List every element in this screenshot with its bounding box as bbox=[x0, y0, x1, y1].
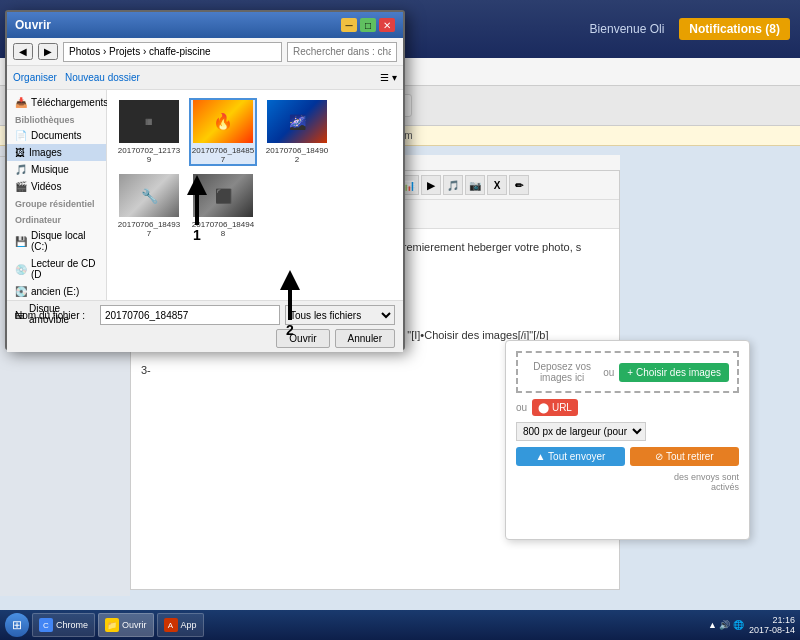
taskbar-app-explorer[interactable]: 📁 Ouvrir bbox=[98, 613, 154, 637]
notifications-button[interactable]: Notifications (8) bbox=[679, 18, 790, 40]
image-uploader-panel: Deposez vos images ici ou + Choisir des … bbox=[505, 340, 750, 540]
file-thumb-3[interactable]: 🌌 20170706_184902 bbox=[263, 98, 331, 166]
clock-time: 21:16 bbox=[749, 615, 795, 625]
thumb-img-3: 🌌 bbox=[267, 100, 327, 143]
new-folder-label[interactable]: Nouveau dossier bbox=[65, 72, 140, 83]
arrow-number-1: 1 bbox=[193, 227, 201, 243]
dialog-nav-bar: Organiser Nouveau dossier ☰ ▾ bbox=[7, 66, 403, 90]
thumb-label-3: 20170706_184902 bbox=[265, 146, 329, 164]
choose-images-button[interactable]: + Choisir des images bbox=[619, 363, 729, 382]
other-app-icon: A bbox=[164, 618, 178, 632]
thumb-label-2: 20170706_184857 bbox=[191, 146, 255, 164]
remove-format-button[interactable]: X bbox=[487, 175, 507, 195]
photo-button[interactable]: 📷 bbox=[465, 175, 485, 195]
disk-c-label: Disque local (C:) bbox=[31, 230, 98, 252]
view-options[interactable]: ☰ ▾ bbox=[380, 72, 397, 83]
sidebar-section-ordinateur: Ordinateur bbox=[7, 211, 106, 227]
back-button[interactable]: ◀ bbox=[13, 43, 33, 60]
explorer-icon: 📁 bbox=[105, 618, 119, 632]
taskbar-other-label: App bbox=[181, 620, 197, 630]
telechargements-icon: 📥 bbox=[15, 97, 27, 108]
videos-label: Vidéos bbox=[31, 181, 61, 192]
search-input[interactable] bbox=[287, 42, 397, 62]
or-text-1: ou bbox=[603, 367, 614, 378]
file-thumb-1[interactable]: ▦ 20170702_121739 bbox=[115, 98, 183, 166]
sidebar-item-d[interactable]: 💿 Lecteur de CD (D bbox=[7, 255, 106, 283]
taskbar: ⊞ C Chrome 📁 Ouvrir A App ▲ 🔊 🌐 21:16 20… bbox=[0, 610, 800, 640]
breadcrumb-path[interactable]: Photos › Projets › chaffe-piscine bbox=[63, 42, 282, 62]
sidebar-item-documents[interactable]: 📄 Documents bbox=[7, 127, 106, 144]
thumb-img-2: 🔥 bbox=[193, 100, 253, 143]
taskbar-app-chrome[interactable]: C Chrome bbox=[32, 613, 95, 637]
telechargements-label: Téléchargements bbox=[31, 97, 108, 108]
forward-button[interactable]: ▶ bbox=[38, 43, 58, 60]
filetype-select[interactable]: Tous les fichiers bbox=[285, 305, 395, 325]
minimize-button[interactable]: ─ bbox=[341, 18, 357, 32]
maximize-button[interactable]: □ bbox=[360, 18, 376, 32]
audio-button[interactable]: 🎵 bbox=[443, 175, 463, 195]
dialog-titlebar: Ouvrir ─ □ ✕ bbox=[7, 12, 403, 38]
url-row: ou ⬤ URL bbox=[516, 399, 739, 416]
arrow-up-2 bbox=[280, 270, 300, 290]
images-icon: 🖼 bbox=[15, 147, 25, 158]
sidebar-item-videos[interactable]: 🎬 Vidéos bbox=[7, 178, 106, 195]
sidebar-item-telechargements[interactable]: 📥 Téléchargements bbox=[7, 94, 106, 111]
taskbar-explorer-label: Ouvrir bbox=[122, 620, 147, 630]
arrow-up-1 bbox=[187, 175, 207, 195]
taskbar-right: ▲ 🔊 🌐 21:16 2017-08-14 bbox=[708, 615, 795, 635]
videos-icon: 🎬 bbox=[15, 181, 27, 192]
taskbar-chrome-label: Chrome bbox=[56, 620, 88, 630]
system-tray: ▲ 🔊 🌐 bbox=[708, 620, 744, 630]
thumb-placeholder-2: 🔥 bbox=[213, 112, 233, 131]
dialog-cancel-button[interactable]: Annuler bbox=[335, 329, 395, 348]
disk-e-label: ancien (E:) bbox=[31, 286, 79, 297]
arrow-annotation-2: 2 bbox=[280, 270, 300, 338]
sidebar-item-musique[interactable]: 🎵 Musique bbox=[7, 161, 106, 178]
taskbar-app-other[interactable]: A App bbox=[157, 613, 204, 637]
status-text: des envoys sontactivés bbox=[516, 472, 739, 492]
dialog-window-controls: ─ □ ✕ bbox=[341, 18, 395, 32]
file-thumb-2[interactable]: 🔥 20170706_184857 bbox=[189, 98, 257, 166]
send-all-button[interactable]: ▲ Tout envoyer bbox=[516, 447, 625, 466]
dialog-action-buttons: Ouvrir Annuler bbox=[15, 329, 395, 348]
filename-input[interactable] bbox=[100, 305, 280, 325]
thumb-label-1: 20170702_121739 bbox=[117, 146, 181, 164]
dialog-file-area: ▦ 20170702_121739 🔥 20170706_184857 🌌 20… bbox=[107, 90, 403, 300]
url-button[interactable]: ⬤ URL bbox=[532, 399, 578, 416]
cd-icon: 💿 bbox=[15, 264, 27, 275]
filename-label: Nom du fichier : bbox=[15, 310, 95, 321]
file-thumb-4[interactable]: 🔧 20170706_184937 bbox=[115, 172, 183, 240]
arrow-shaft-1 bbox=[195, 195, 199, 225]
edit-button[interactable]: ✏ bbox=[509, 175, 529, 195]
arrow-shaft-2 bbox=[288, 290, 292, 320]
arrow-number-2: 2 bbox=[286, 322, 294, 338]
size-row: 800 px de largeur (pour le 400 px de lar… bbox=[516, 422, 739, 441]
thumb-img-4: 🔧 bbox=[119, 174, 179, 217]
sidebar-item-e[interactable]: 💽 ancien (E:) bbox=[7, 283, 106, 300]
sidebar-section-bibliotheques: Bibliothèques bbox=[7, 111, 106, 127]
close-button[interactable]: ✕ bbox=[379, 18, 395, 32]
drop-zone[interactable]: Deposez vos images ici ou + Choisir des … bbox=[516, 351, 739, 393]
sidebar-item-images[interactable]: 🖼 Images bbox=[7, 144, 106, 161]
musique-icon: 🎵 bbox=[15, 164, 27, 175]
nav-right-area: Bienvenue Oli Notifications (8) bbox=[590, 0, 790, 58]
windows-logo: ⊞ bbox=[12, 618, 22, 632]
documents-label: Documents bbox=[31, 130, 82, 141]
thumb-placeholder-1: ▦ bbox=[145, 117, 153, 126]
clock: 21:16 2017-08-14 bbox=[749, 615, 795, 635]
remove-all-button[interactable]: ⊘ Tout retirer bbox=[630, 447, 739, 466]
dialog-file-sidebar: 📥 Téléchargements Bibliothèques 📄 Docume… bbox=[7, 90, 107, 300]
breadcrumb-text: Photos › Projets › chaffe-piscine bbox=[69, 46, 211, 57]
dialog-title: Ouvrir bbox=[15, 18, 51, 32]
sidebar-item-c[interactable]: 💾 Disque local (C:) bbox=[7, 227, 106, 255]
size-select[interactable]: 800 px de largeur (pour le 400 px de lar… bbox=[516, 422, 646, 441]
video-button[interactable]: ▶ bbox=[421, 175, 441, 195]
drop-zone-text: Deposez vos images ici bbox=[526, 361, 598, 383]
clock-date: 2017-08-14 bbox=[749, 625, 795, 635]
organize-label[interactable]: Organiser bbox=[13, 72, 57, 83]
thumb-placeholder-5: ⬛ bbox=[215, 188, 232, 204]
start-button[interactable]: ⊞ bbox=[5, 613, 29, 637]
chrome-icon: C bbox=[39, 618, 53, 632]
welcome-text: Bienvenue Oli bbox=[590, 22, 665, 36]
or-text-2: ou bbox=[516, 402, 527, 413]
